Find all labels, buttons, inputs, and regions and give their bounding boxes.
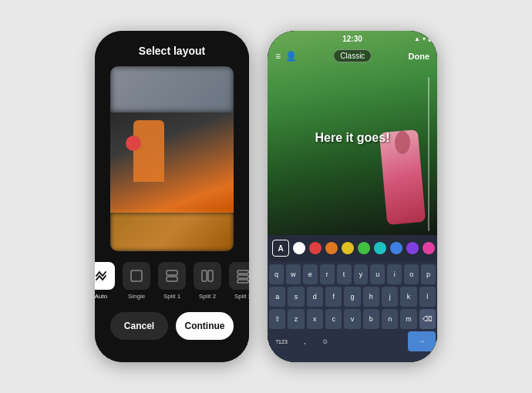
split2-icon-box — [194, 262, 221, 290]
auto-label: Auto — [95, 293, 107, 300]
layout-options-row: Auto Single Split 1 — [95, 262, 249, 300]
color-green[interactable] — [358, 242, 370, 254]
preview-top-blur — [110, 66, 234, 113]
key-row-2: a s d f g h j k l — [269, 287, 436, 307]
key-f[interactable]: f — [325, 287, 342, 307]
preview-bottom-blur — [110, 213, 234, 251]
key-i[interactable]: i — [387, 264, 402, 284]
single-label: Single — [128, 293, 145, 300]
key-c[interactable]: c — [325, 309, 342, 329]
editor-bottom: A q w e r t y — [268, 235, 437, 362]
key-z[interactable]: z — [288, 309, 304, 329]
nav-left: ≡ 👤 — [275, 51, 297, 62]
text-overlay[interactable]: Here it goes! — [315, 131, 390, 145]
svg-rect-7 — [237, 280, 248, 283]
key-x[interactable]: x — [307, 309, 323, 329]
svg-rect-5 — [237, 270, 248, 274]
split1-icon-box — [158, 262, 186, 290]
key-e[interactable]: e — [303, 264, 318, 284]
status-bar: 12:30 ▲ ▾ ▮ — [268, 31, 437, 46]
key-p[interactable]: p — [421, 264, 436, 284]
video-nav: ≡ 👤 Classic Done — [268, 46, 437, 66]
split1-label: Split 1 — [163, 293, 180, 300]
key-s[interactable]: s — [288, 287, 304, 307]
layout-option-split3[interactable]: Split 3 — [229, 262, 249, 300]
enter-key[interactable]: → — [408, 331, 436, 351]
color-pink[interactable] — [423, 242, 435, 254]
key-y[interactable]: y — [354, 264, 369, 284]
layout-preview — [110, 66, 234, 251]
svg-rect-0 — [131, 270, 142, 281]
color-blue[interactable] — [390, 242, 402, 254]
status-icons: ▲ ▾ ▮ — [414, 35, 431, 42]
keyboard: q w e r t y u i o p a s d f g — [268, 261, 437, 362]
layout-option-split1[interactable]: Split 1 — [158, 262, 186, 300]
right-phone: 12:30 ▲ ▾ ▮ ≡ 👤 Classic Done Here it goe… — [268, 31, 437, 362]
svg-rect-4 — [208, 270, 213, 281]
backspace-key[interactable]: ⌫ — [419, 309, 436, 329]
done-button[interactable]: Done — [409, 52, 430, 61]
overlay-text: Here it goes! — [315, 131, 390, 144]
scrubber-line — [428, 77, 429, 231]
color-yellow[interactable] — [342, 242, 354, 254]
key-t[interactable]: t — [337, 264, 352, 284]
key-r[interactable]: r — [320, 264, 335, 284]
key-l[interactable]: l — [419, 287, 436, 307]
key-a[interactable]: a — [269, 287, 285, 307]
key-n[interactable]: n — [382, 309, 398, 329]
layout-option-single[interactable]: Single — [123, 262, 150, 300]
key-h[interactable]: h — [363, 287, 379, 307]
space-key[interactable] — [336, 331, 406, 351]
left-phone: Select layout Auto — [95, 31, 249, 362]
key-o[interactable]: o — [404, 264, 419, 284]
color-red[interactable] — [309, 242, 322, 254]
key-u[interactable]: u — [370, 264, 385, 284]
key-w[interactable]: w — [286, 264, 301, 284]
text-format-button[interactable]: A — [272, 240, 289, 257]
key-j[interactable]: j — [382, 287, 398, 307]
key-d[interactable]: d — [307, 287, 323, 307]
shift-key[interactable]: ⇧ — [269, 309, 285, 329]
auto-icon-box — [95, 262, 115, 290]
key-row-3: ⇧ z x c v b n m ⌫ — [269, 309, 436, 329]
key-row-1: q w e r t y u i o p — [269, 264, 436, 284]
emoji-key[interactable]: ☺ — [316, 331, 334, 351]
split2-label: Split 2 — [199, 293, 216, 300]
color-orange[interactable] — [325, 242, 338, 254]
color-white[interactable] — [293, 242, 305, 254]
key-m[interactable]: m — [400, 309, 416, 329]
svg-rect-6 — [237, 275, 248, 278]
color-purple[interactable] — [406, 242, 419, 254]
status-time: 12:30 — [342, 35, 362, 43]
key-v[interactable]: v — [344, 309, 360, 329]
svg-rect-3 — [202, 270, 207, 281]
svg-rect-2 — [167, 277, 177, 281]
continue-button[interactable]: Continue — [176, 312, 234, 340]
svg-rect-1 — [167, 270, 177, 275]
layout-option-auto[interactable]: Auto — [95, 262, 115, 300]
comma-key[interactable]: , — [296, 331, 314, 351]
key-q[interactable]: q — [269, 264, 284, 284]
split3-label: Split 3 — [234, 293, 249, 300]
key-b[interactable]: b — [363, 309, 379, 329]
right-screen: 12:30 ▲ ▾ ▮ ≡ 👤 Classic Done Here it goe… — [268, 31, 437, 362]
color-teal[interactable] — [374, 242, 386, 254]
left-screen: Select layout Auto — [95, 31, 249, 362]
layout-option-split2[interactable]: Split 2 — [194, 262, 221, 300]
key-k[interactable]: k — [400, 287, 416, 307]
cancel-button[interactable]: Cancel — [110, 312, 168, 340]
num-key[interactable]: ?123 — [269, 331, 294, 351]
preview-main-image — [110, 113, 234, 213]
single-icon-box — [123, 262, 150, 290]
wifi-icon: ▾ — [423, 35, 426, 42]
signal-icon: ▲ — [414, 35, 420, 42]
key-g[interactable]: g — [344, 287, 360, 307]
battery-icon: ▮ — [428, 35, 431, 42]
classic-badge[interactable]: Classic — [333, 49, 372, 62]
page-title: Select layout — [139, 45, 205, 57]
action-buttons: Cancel Continue — [110, 312, 234, 340]
user-icon[interactable]: 👤 — [285, 51, 297, 62]
key-row-4: ?123 , ☺ → — [269, 331, 436, 351]
menu-icon[interactable]: ≡ — [275, 51, 281, 62]
split3-icon-box — [229, 262, 249, 290]
